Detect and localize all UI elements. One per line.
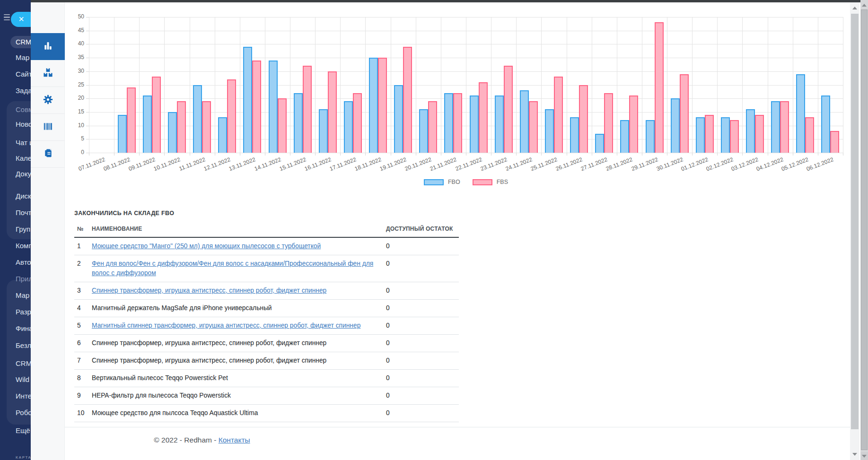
product-name-cell: Спиннер трансформер, игрушка антистресс,… — [90, 352, 384, 370]
stock-section-title: ЗАКОНЧИЛИСЬ НА СКЛАДЕ FBO — [74, 210, 174, 217]
product-name-cell: Магнитный спиннер трансформер, игрушка а… — [90, 317, 384, 335]
product-link[interactable]: Моющее средство "Манго" (250 мл) для мою… — [92, 242, 321, 251]
x-tick — [642, 153, 642, 156]
product-label: Вертикальный пылесос Teqqo Powerstick Pe… — [92, 373, 228, 383]
scroll-down-icon[interactable] — [852, 453, 857, 456]
window-scroll-down-button[interactable] — [860, 452, 868, 460]
collapse-sidebar-button[interactable]: × — [11, 12, 31, 27]
bar-fbs-04.12.2022 — [780, 101, 789, 153]
product-name-cell: Спиннер трансформер, игрушка антистресс,… — [90, 335, 384, 352]
bar-fbs-01.12.2022 — [705, 115, 714, 153]
hamburger-menu-icon[interactable] — [4, 14, 10, 22]
rail-tab-gear[interactable] — [31, 87, 65, 114]
sidebar-item-7[interactable]: Кале — [16, 154, 31, 162]
table-row: 8Вертикальный пылесос Teqqo Powerstick P… — [74, 370, 459, 387]
rail-tab-bar-chart[interactable] — [31, 33, 65, 60]
module-icon-rail — [31, 2, 65, 460]
product-name-cell: Вертикальный пылесос Teqqo Powerstick Pe… — [90, 370, 384, 387]
x-tick — [139, 153, 140, 156]
x-tick — [290, 153, 290, 156]
bar-fbs-12.11.2022 — [227, 79, 236, 153]
rail-tab-barcode[interactable] — [31, 114, 65, 141]
sidebar-item-22[interactable]: Робо — [16, 408, 31, 417]
sidebar-item-8[interactable]: Доку — [16, 170, 31, 178]
legend-item-fbo[interactable]: FBO — [424, 179, 460, 185]
bar-fbs-24.11.2022 — [529, 101, 538, 153]
product-name-cell: Моющее средство для пылсоса Teqqo Aquast… — [90, 405, 384, 422]
bar-fbo-20.11.2022 — [419, 109, 428, 153]
content-scrollbar-thumb[interactable] — [851, 14, 859, 429]
bar-fbo-13.11.2022 — [243, 47, 252, 153]
table-row: 4Магнитный держатель MagSafe для iPhone … — [74, 300, 459, 317]
rail-tab-document-copy[interactable] — [31, 141, 65, 168]
gridline-v — [365, 17, 366, 153]
window-scrollbar[interactable] — [860, 0, 868, 460]
sidebar-item-10[interactable]: Почт — [16, 208, 31, 217]
bar-fbs-14.11.2022 — [278, 98, 287, 153]
gridline-v — [742, 17, 743, 153]
sidebar-item-1[interactable]: Мар — [16, 53, 29, 61]
sidebar-item-24[interactable]: КАРТА — [16, 455, 31, 460]
x-tick — [215, 153, 215, 156]
window-scrollbar-thumb[interactable] — [861, 9, 868, 450]
bar-fbo-14.11.2022 — [269, 61, 278, 153]
sidebar-item-23[interactable]: Ещё — [16, 426, 30, 434]
sidebar-item-11[interactable]: Груп — [16, 225, 30, 233]
x-tick — [340, 153, 341, 156]
gridline-v — [416, 17, 416, 153]
sidebar-item-21[interactable]: Инте — [16, 392, 31, 400]
sidebar-item-20[interactable]: Wild — [16, 375, 29, 383]
contacts-link[interactable]: Контакты — [219, 436, 250, 444]
stock-value: 0 — [384, 282, 459, 300]
product-name-cell: Магнитный держатель MagSafe для iPhone у… — [90, 300, 384, 317]
bar-fbo-15.11.2022 — [294, 93, 303, 153]
sidebar-item-9[interactable]: Диск — [16, 192, 31, 200]
sidebar-item-5[interactable]: Ново — [16, 120, 31, 128]
sidebar-item-19[interactable]: CRM — [16, 359, 31, 367]
product-link[interactable]: Магнитный спиннер трансформер, игрушка а… — [92, 321, 360, 330]
row-number: 3 — [74, 282, 90, 300]
bar-fbo-04.12.2022 — [771, 101, 780, 153]
gridline-v — [516, 17, 517, 153]
gridline-v — [717, 17, 718, 153]
gridline-v — [818, 17, 818, 153]
gridline-v — [441, 17, 441, 153]
bar-fbo-11.11.2022 — [193, 85, 202, 153]
product-link[interactable]: Спиннер трансформер, игрушка антистресс,… — [92, 286, 326, 295]
row-number: 10 — [74, 405, 90, 422]
sidebar-item-6[interactable]: Чат и — [16, 139, 31, 147]
bar-fbs-18.11.2022 — [378, 58, 387, 153]
window-scroll-up-icon[interactable] — [862, 4, 867, 7]
sidebar-item-crm-active[interactable]: CRM — [10, 36, 31, 48]
gridline-v — [592, 17, 592, 153]
sidebar-item-13[interactable]: Авто — [16, 258, 31, 266]
x-tick — [466, 153, 466, 156]
sidebar-item-2[interactable]: Сайт — [16, 70, 31, 78]
window-top-edge — [31, 0, 860, 2]
sidebar-item-12[interactable]: Комп — [16, 242, 31, 250]
row-number: 8 — [74, 370, 90, 387]
sidebar-item-17[interactable]: Фина — [16, 324, 31, 332]
scroll-up-icon[interactable] — [852, 7, 857, 9]
gridline-v — [190, 17, 190, 153]
sidebar-item-18[interactable]: Безл — [16, 341, 31, 349]
product-link[interactable]: Фен для волос/Фен с диффузором/Фен для в… — [92, 259, 382, 278]
sidebar-item-3[interactable]: Зада — [16, 87, 31, 95]
bar-chart-icon — [43, 40, 53, 53]
gridline-v — [617, 17, 617, 153]
bar-fbo-02.12.2022 — [721, 117, 730, 153]
gridline-v — [843, 17, 843, 153]
rail-tab-sitemap[interactable] — [31, 60, 65, 87]
table-row: 9HEPA-фильтр для пылесоса Teqqo Powersti… — [74, 387, 459, 405]
gridline-v — [139, 17, 140, 153]
legend-item-fbs[interactable]: FBS — [473, 179, 508, 185]
sidebar-item-15[interactable]: Мар — [16, 291, 29, 299]
content-scrollbar[interactable] — [850, 2, 859, 460]
row-number: 2 — [74, 255, 90, 282]
bar-fbs-16.11.2022 — [328, 71, 337, 153]
bar-fbo-27.11.2022 — [595, 134, 604, 153]
x-tick — [89, 153, 89, 156]
sidebar-item-16[interactable]: Разр — [16, 308, 31, 316]
sidebar-item-4: Совм — [16, 105, 31, 113]
bar-fbo-24.11.2022 — [520, 90, 529, 153]
